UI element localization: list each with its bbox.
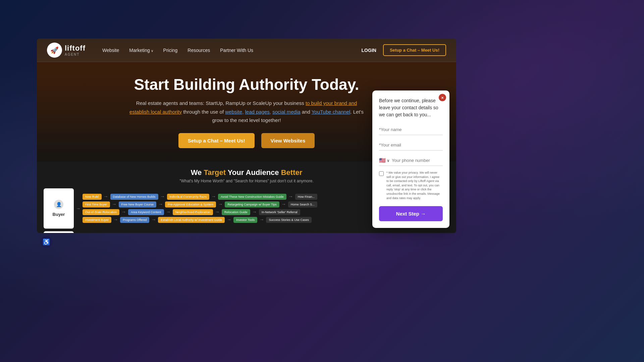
arrow: →	[166, 209, 171, 215]
navigation: 🚀 liftoff AGENT Website Marketing Pricin…	[37, 39, 456, 62]
flow-node: Programs Offered	[120, 217, 149, 223]
hero-cta-button[interactable]: Setup a Chat – Meet Us!	[178, 133, 255, 148]
nav-marketing[interactable]: Marketing	[129, 48, 153, 53]
rocket-icon: 🚀	[50, 46, 59, 54]
audience-better-highlight: Better	[281, 168, 303, 177]
nav-website[interactable]: Website	[102, 48, 119, 53]
flow-node: Retargeting Campaign w/ Buyer Tips	[225, 201, 279, 207]
flag-icon: 🇺🇸	[379, 157, 386, 164]
flow-node: Investor Tools	[233, 217, 257, 223]
arrow: →	[104, 194, 108, 200]
seller-persona: 👤 Seller	[44, 231, 74, 233]
arrow: →	[227, 217, 231, 223]
hero-link-website[interactable]: website,	[225, 109, 244, 115]
contact-modal: × Before we continue, please leave your …	[372, 90, 449, 228]
accessibility-button[interactable]: ♿	[40, 236, 52, 248]
flow-node: First Time Buyer	[83, 201, 110, 207]
name-input[interactable]	[379, 124, 443, 135]
arrow: →	[281, 201, 286, 207]
nav-partner[interactable]: Partner With Us	[220, 48, 253, 53]
buyer-label: Buyer	[53, 212, 65, 217]
arrow: →	[252, 209, 257, 215]
arrow: →	[158, 201, 163, 207]
arrow: →	[112, 201, 117, 207]
arrow: →	[259, 217, 264, 223]
arrow: →	[121, 209, 126, 215]
flow-node: Individual Community Tours	[167, 194, 209, 200]
flow-node: Relocation Guide	[222, 209, 250, 215]
hero-subtitle: Real estate agents and teams: StartUp, R…	[129, 99, 364, 125]
logo[interactable]: 🚀 liftoff AGENT	[47, 43, 86, 58]
buyer-row-1: New Build → Database of New Homes Builds…	[83, 194, 317, 200]
logo-subtext: AGENT	[65, 53, 86, 56]
buyer-persona: 👤 Buyer	[44, 188, 74, 229]
nav-resources[interactable]: Resources	[187, 48, 210, 53]
nav-links: Website Marketing Pricing Resources Part…	[102, 48, 362, 53]
flow-node: Establish Local Authority w/ Investment …	[158, 217, 225, 223]
flow-node: In-Network 'Seller' Referral	[259, 209, 300, 215]
flow-node: New Build	[83, 194, 102, 200]
hero-link-leadpages[interactable]: lead pages,	[245, 109, 271, 115]
buyer-avatar: 👤	[54, 200, 63, 209]
consent-checkbox[interactable]	[379, 171, 384, 176]
consent-section: * We value your privacy. We will never s…	[379, 171, 443, 200]
modal-title: Before we continue, please leave your co…	[379, 97, 443, 118]
buyer-row-3: Out-of-State Relocation → Area Keyword C…	[83, 209, 317, 215]
nav-pricing[interactable]: Pricing	[163, 48, 178, 53]
login-button[interactable]: LOGIN	[362, 48, 376, 53]
next-step-button[interactable]: Next Step →	[379, 206, 443, 221]
flow-node: Home Search S...	[288, 201, 317, 207]
flow-node: Pre-Approval Education & System	[165, 201, 216, 207]
logo-icon: 🚀	[47, 43, 62, 58]
hero-link-social[interactable]: social media	[272, 109, 300, 115]
flow-node: Success Stories & Use Cases	[266, 217, 312, 223]
arrow: →	[160, 194, 165, 200]
flow-node: Avoid These New Construction Mistakes Gu…	[218, 194, 286, 200]
nav-actions: LOGIN Setup a Chat – Meet Us!	[362, 44, 446, 56]
email-input[interactable]	[379, 140, 443, 150]
arrow: →	[218, 201, 223, 207]
buyer-row-4: Investment Buyer → Programs Offered → Es…	[83, 217, 317, 223]
hero-link-youtube[interactable]: YouTube channel	[312, 109, 351, 115]
nav-cta-button[interactable]: Setup a Chat – Meet Us!	[383, 44, 446, 56]
flow-node: Investment Buyer	[83, 217, 111, 223]
arrow: →	[288, 194, 293, 200]
seller-section: 👤 Seller → Moving To Bigger House → Top …	[44, 231, 449, 233]
arrow: →	[215, 209, 220, 215]
accessibility-icon: ♿	[43, 238, 50, 246]
consent-text: * We value your privacy. We will never s…	[386, 171, 443, 200]
logo-text: liftoff	[65, 44, 86, 53]
modal-close-button[interactable]: ×	[439, 94, 446, 101]
flag-dropdown-icon: ∨	[387, 158, 390, 163]
hero-websites-button[interactable]: View Websites	[261, 133, 315, 148]
flow-node: How Finan...	[295, 194, 318, 200]
flow-node-area-keyword: Area Keyword Content	[128, 209, 164, 215]
phone-row: 🇺🇸 ∨	[379, 155, 443, 166]
country-selector[interactable]: 🇺🇸 ∨	[379, 157, 392, 164]
flow-node-free-buyer: Free New Buyer Course	[119, 201, 157, 207]
flow-arrow-buyer: →	[76, 206, 80, 211]
flow-node: Out-of-State Relocation	[83, 209, 119, 215]
arrow: →	[211, 194, 216, 200]
audience-target-highlight: Target	[204, 168, 226, 177]
phone-input[interactable]	[392, 155, 448, 166]
flow-node: Neighborhood Exploration	[173, 209, 213, 215]
flow-node: Database of New Homes Builds	[110, 194, 158, 200]
arrow: →	[113, 217, 118, 223]
arrow: →	[151, 217, 156, 223]
buyer-row-2: First Time Buyer → Free New Buyer Course…	[83, 201, 317, 207]
